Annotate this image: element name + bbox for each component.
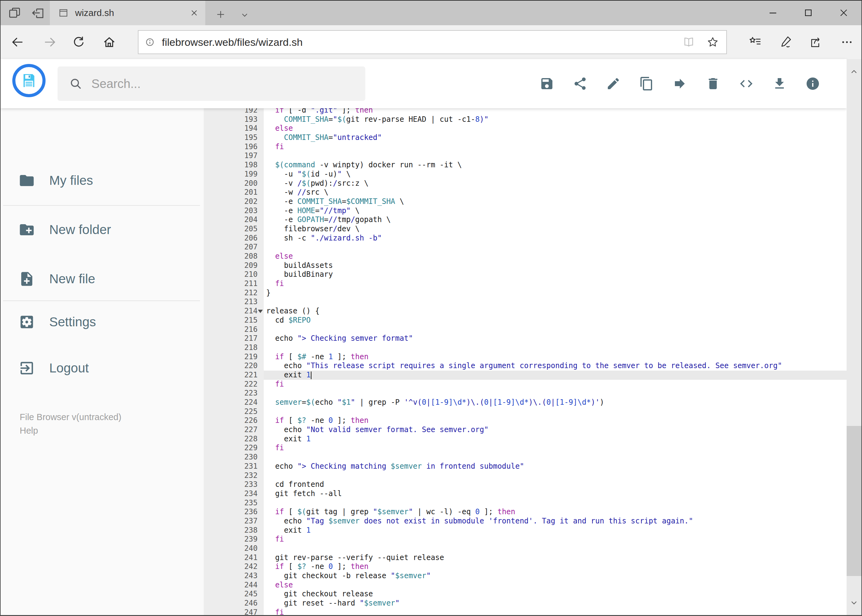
code-line[interactable]: 233 cd frontend: [204, 480, 846, 489]
code-line[interactable]: 201 -w //src \: [204, 188, 846, 197]
sidebar-item-settings[interactable]: Settings: [1, 305, 201, 339]
code-line[interactable]: 227 echo "Not valid semver format. See s…: [204, 425, 846, 435]
code-line[interactable]: 236 if [ $(git tag | grep "$semver" | wc…: [204, 508, 846, 517]
code-line[interactable]: 230: [204, 453, 846, 462]
code-line[interactable]: 223: [204, 389, 846, 398]
code-line[interactable]: 242 if [ $? -ne 0 ]; then: [204, 562, 846, 571]
reading-view-icon[interactable]: [682, 36, 695, 48]
code-line[interactable]: 229 fi: [204, 443, 846, 453]
code-line[interactable]: 206 sh -c "./wizard.sh -b": [204, 234, 846, 243]
code-line[interactable]: 217 echo "> Checking semver format": [204, 334, 846, 343]
code-line[interactable]: 225: [204, 407, 846, 416]
code-line[interactable]: 224 semver=$(echo "$1" | grep -P '^v(0|[…: [204, 398, 846, 407]
new-tab-button[interactable]: [214, 7, 228, 22]
code-line[interactable]: 222 fi: [204, 380, 846, 389]
scrollbar-thumb[interactable]: [846, 426, 861, 576]
code-line[interactable]: 239 fi: [204, 535, 846, 544]
code-line[interactable]: 204 -e GOPATH=//tmp/gopath \: [204, 215, 846, 225]
code-line[interactable]: 220 echo "This release script requires a…: [204, 361, 846, 371]
code-line[interactable]: 232: [204, 471, 846, 480]
tab-preview-icon[interactable]: [8, 6, 22, 20]
code-line[interactable]: 195 COMMIT_SHA="untracked": [204, 133, 846, 142]
back-icon[interactable]: [11, 35, 24, 49]
sidebar-item-new-folder[interactable]: New folder: [1, 213, 201, 247]
filebrowser-logo-icon[interactable]: [12, 64, 46, 97]
scroll-down-icon[interactable]: [846, 596, 861, 610]
address-bar[interactable]: filebrowser.web/files/wizard.sh: [138, 30, 727, 54]
code-line[interactable]: 202 -e COMMIT_SHA=$COMMIT_SHA \: [204, 197, 846, 206]
move-button[interactable]: [673, 76, 687, 91]
url-text[interactable]: filebrowser.web/files/wizard.sh: [162, 36, 671, 48]
code-line[interactable]: 247 fi: [204, 608, 846, 615]
code-line[interactable]: 196 fi: [204, 142, 846, 152]
code-line[interactable]: 207: [204, 243, 846, 252]
code-line[interactable]: 209 buildAssets: [204, 261, 846, 270]
code-line[interactable]: 205 filebrowser/dev \: [204, 225, 846, 234]
fold-marker-icon[interactable]: [258, 310, 263, 313]
code-line[interactable]: 219 if [ $# -ne 1 ]; then: [204, 352, 846, 361]
code-line[interactable]: 245 git checkout release: [204, 589, 846, 599]
tab-close-icon[interactable]: [190, 9, 199, 17]
search-input[interactable]: [91, 77, 365, 91]
code-line[interactable]: 218: [204, 343, 846, 352]
code-line[interactable]: 208 else: [204, 252, 846, 261]
code-line[interactable]: 216: [204, 325, 846, 334]
hub-favorites-icon[interactable]: [749, 35, 762, 49]
scroll-up-icon[interactable]: [846, 64, 861, 79]
code-line[interactable]: 235: [204, 498, 846, 508]
code-line[interactable]: 221 exit 1: [204, 371, 846, 380]
maximize-button[interactable]: [791, 1, 826, 25]
site-info-icon[interactable]: [144, 36, 156, 48]
download-button[interactable]: [772, 76, 787, 91]
save-button[interactable]: [539, 76, 554, 91]
delete-button[interactable]: [706, 76, 720, 91]
web-note-pen-icon[interactable]: [779, 35, 793, 49]
refresh-icon[interactable]: [72, 35, 85, 49]
code-line[interactable]: 215 cd $REPO: [204, 316, 846, 325]
set-tabs-aside-icon[interactable]: [31, 6, 45, 20]
favorite-star-icon[interactable]: [707, 36, 719, 48]
code-line[interactable]: 238 exit 1: [204, 526, 846, 535]
code-line[interactable]: 212}: [204, 289, 846, 298]
code-line[interactable]: 226 if [ $? -ne 0 ]; then: [204, 416, 846, 425]
edit-button[interactable]: [606, 76, 621, 91]
more-options-icon[interactable]: [840, 35, 854, 49]
search-box[interactable]: [58, 66, 365, 101]
code-line[interactable]: 228 exit 1: [204, 435, 846, 444]
code-line[interactable]: 243 git checkout -b release "$semver": [204, 571, 846, 581]
code-line[interactable]: 198 $(command -v winpty) docker run --rm…: [204, 160, 846, 170]
code-editor[interactable]: 192 if [ -d ".git" ]; then193 COMMIT_SHA…: [204, 106, 846, 615]
page-scrollbar[interactable]: [846, 59, 861, 615]
copy-button[interactable]: [639, 76, 654, 91]
code-line[interactable]: 194 else: [204, 124, 846, 133]
sidebar-item-my-files[interactable]: My files: [1, 163, 201, 198]
tab-list-chevron-icon[interactable]: [238, 8, 252, 22]
code-line[interactable]: 210 buildBinary: [204, 270, 846, 279]
code-line[interactable]: 244 else: [204, 581, 846, 590]
share-button[interactable]: [573, 76, 588, 91]
code-line[interactable]: 214release () {: [204, 306, 846, 316]
share-icon[interactable]: [809, 35, 823, 49]
code-line[interactable]: 213: [204, 297, 846, 306]
code-line[interactable]: 240: [204, 544, 846, 553]
code-line[interactable]: 211 fi: [204, 279, 846, 289]
code-line[interactable]: 200 -v /$(pwd):/src:z \: [204, 179, 846, 188]
code-line[interactable]: 197: [204, 151, 846, 160]
browser-tab[interactable]: wizard.sh: [50, 1, 205, 25]
sidebar-item-new-file[interactable]: New file: [1, 262, 201, 296]
code-line[interactable]: 246 git reset --hard "$semver": [204, 599, 846, 608]
code-line[interactable]: 193 COMMIT_SHA="$(git rev-parse HEAD | c…: [204, 115, 846, 124]
code-line[interactable]: 237 echo "Tag $semver does not exist in …: [204, 517, 846, 526]
code-line[interactable]: 203 -e HOME="//tmp" \: [204, 206, 846, 215]
code-line[interactable]: 234 git fetch --all: [204, 489, 846, 498]
minimize-button[interactable]: [755, 1, 791, 25]
code-line[interactable]: 231 echo "> Checking matching $semver in…: [204, 462, 846, 471]
forward-icon[interactable]: [43, 35, 57, 49]
code-button[interactable]: [739, 76, 754, 91]
code-line[interactable]: 241 git rev-parse --verify --quiet relea…: [204, 553, 846, 563]
home-icon[interactable]: [102, 35, 116, 49]
code-line[interactable]: 199 -u "$(id -u)" \: [204, 170, 846, 179]
sidebar-item-logout[interactable]: Logout: [1, 351, 201, 385]
info-button[interactable]: [805, 76, 820, 91]
close-button[interactable]: [826, 1, 861, 25]
